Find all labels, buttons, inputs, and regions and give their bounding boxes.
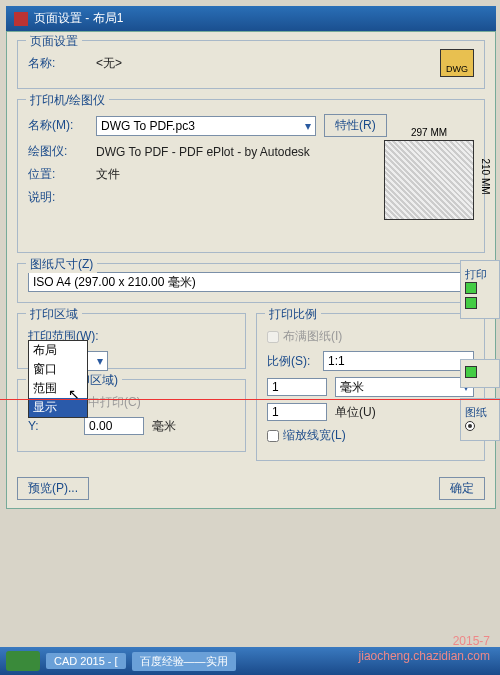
check-icon (465, 366, 477, 378)
rc-label: 图纸 (465, 406, 487, 418)
group-title: 打印机/绘图仪 (26, 92, 109, 109)
printer-name-label: 名称(M): (28, 117, 88, 134)
group-print-area: 打印区域 打印范围(W): 布局 ▾ 布局 窗口 范围 显示 ↖ (17, 313, 246, 369)
scale-num-input[interactable] (267, 378, 327, 396)
check-icon (465, 282, 477, 294)
printer-name-combo[interactable]: DWG To PDF.pc3 ▾ (96, 116, 316, 136)
fit-paper-checkbox[interactable]: 布满图纸(I) (267, 328, 342, 345)
unit-mm: 毫米 (152, 418, 176, 435)
preview-button[interactable]: 预览(P)... (17, 477, 89, 500)
taskbar-item[interactable]: 百度经验——实用 (132, 652, 236, 671)
check-icon (465, 297, 477, 309)
titlebar: 页面设置 - 布局1 (6, 6, 496, 31)
chevron-down-icon: ▾ (305, 119, 311, 133)
group-scale: 打印比例 布满图纸(I) 比例(S): 1:1 ▾ 毫米 ▾ (256, 313, 485, 461)
watermark: 2015-7 jiaocheng.chazidian.com (359, 634, 490, 663)
name-value: <无> (96, 55, 122, 72)
dropdown-option[interactable]: 布局 (29, 341, 87, 360)
right-clipped-panels: 打印 图纸 (460, 260, 500, 451)
dwg-badge-icon: DWG (440, 49, 474, 77)
combo-value: 1:1 (328, 354, 345, 368)
properties-button[interactable]: 特性(R) (324, 114, 387, 137)
group-paper-size: 图纸尺寸(Z) ISO A4 (297.00 x 210.00 毫米) ▾ (17, 263, 485, 303)
group-title: 页面设置 (26, 33, 82, 50)
watermark-date: 2015-7 (359, 634, 490, 648)
dropdown-option[interactable]: 窗口 (29, 360, 87, 379)
chevron-down-icon: ▾ (97, 354, 103, 368)
app-icon (14, 12, 28, 26)
preview-width: 297 MM (385, 127, 473, 138)
combo-value: DWG To PDF.pc3 (101, 119, 195, 133)
preview-height: 210 MM (479, 158, 490, 194)
plotter-value: DWG To PDF - PDF ePlot - by Autodesk (96, 145, 310, 159)
ratio-combo[interactable]: 1:1 ▾ (323, 351, 474, 371)
name-label: 名称: (28, 55, 88, 72)
window-title: 页面设置 - 布局1 (34, 10, 123, 27)
group-page-setup: 页面设置 DWG 名称: <无> (17, 40, 485, 89)
plotter-label: 绘图仪: (28, 143, 88, 160)
watermark-site: jiaocheng.chazidian.com (359, 649, 490, 663)
combo-value: 毫米 (340, 379, 364, 396)
radio-icon[interactable] (465, 421, 475, 431)
ratio-label: 比例(S): (267, 353, 315, 370)
start-button[interactable] (6, 651, 40, 671)
dialog-body: 页面设置 DWG 名称: <无> 打印机/绘图仪 名称(M): DWG To P… (6, 31, 496, 509)
y-input[interactable] (84, 417, 144, 435)
location-value: 文件 (96, 166, 120, 183)
y-label: Y: (28, 419, 76, 433)
unit-label: 单位(U) (335, 404, 376, 421)
desc-label: 说明: (28, 189, 88, 206)
paper-preview: 297 MM 210 MM (384, 140, 474, 220)
paper-size-combo[interactable]: ISO A4 (297.00 x 210.00 毫米) ▾ (28, 272, 474, 292)
combo-value: ISO A4 (297.00 x 210.00 毫米) (33, 274, 196, 291)
group-title: 图纸尺寸(Z) (26, 256, 97, 273)
group-title: 打印比例 (265, 306, 321, 323)
annotation-redline (0, 399, 500, 400)
dialog-window: 页面设置 - 布局1 页面设置 DWG 名称: <无> 打印机/绘图仪 名称(M… (0, 0, 500, 509)
group-title: 打印区域 (26, 306, 82, 323)
rc-label: 打印 (465, 268, 487, 280)
print-range-dropdown: 布局 窗口 范围 显示 (28, 340, 88, 418)
scale-lineweight-checkbox[interactable]: 缩放线宽(L) (267, 427, 346, 444)
ok-button[interactable]: 确定 (439, 477, 485, 500)
taskbar-item[interactable]: CAD 2015 - [ (46, 653, 126, 669)
scale-den-input[interactable] (267, 403, 327, 421)
unit-combo[interactable]: 毫米 ▾ (335, 377, 474, 397)
group-printer: 打印机/绘图仪 名称(M): DWG To PDF.pc3 ▾ 特性(R) 绘图… (17, 99, 485, 253)
location-label: 位置: (28, 166, 88, 183)
